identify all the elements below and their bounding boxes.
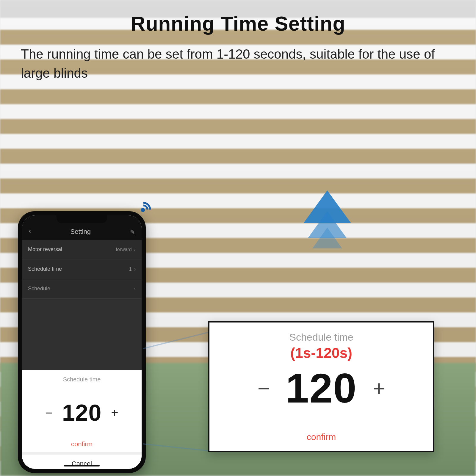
- schedule-time-sheet: Schedule time − 120 + confirm Cancel: [22, 370, 142, 469]
- page-title: Running Time Setting: [0, 12, 476, 35]
- chevron-right-icon: ›: [134, 286, 136, 292]
- up-arrows-icon: [303, 190, 351, 248]
- row-value: forward: [116, 247, 131, 252]
- phone-device: ‹ Setting ✎ Motor reversal forward › Sch…: [18, 211, 146, 473]
- callout-range: (1s-120s): [218, 345, 424, 361]
- topbar-title: Setting: [31, 228, 130, 236]
- home-indicator: [64, 465, 100, 466]
- increment-button[interactable]: +: [370, 376, 388, 400]
- row-schedule[interactable]: Schedule ›: [22, 279, 142, 299]
- decrement-button[interactable]: −: [42, 406, 55, 420]
- confirm-button[interactable]: confirm: [22, 437, 142, 452]
- back-icon[interactable]: ‹: [29, 226, 31, 236]
- increment-button[interactable]: +: [108, 406, 121, 420]
- row-motor-reversal[interactable]: Motor reversal forward ›: [22, 240, 142, 259]
- row-label: Schedule time: [28, 266, 62, 272]
- edit-icon[interactable]: ✎: [130, 228, 135, 236]
- callout-stepper: − 120 +: [218, 364, 424, 412]
- sheet-title: Schedule time: [22, 376, 142, 383]
- chevron-right-icon: ›: [134, 247, 136, 252]
- callout-title: Schedule time: [218, 331, 424, 343]
- stepper-value: 120: [62, 399, 101, 426]
- confirm-button[interactable]: confirm: [218, 432, 424, 442]
- chevron-right-icon: ›: [134, 267, 136, 272]
- stepper-value: 120: [286, 364, 357, 412]
- settings-list: Motor reversal forward › Schedule time 1…: [22, 240, 142, 370]
- page-subtitle: The running time can be set from 1-120 s…: [21, 45, 455, 83]
- row-value: 1: [129, 267, 132, 272]
- phone-notch: [57, 215, 107, 223]
- row-label: Motor reversal: [28, 246, 62, 253]
- row-label: Schedule: [28, 286, 50, 292]
- settings-spacer: [22, 299, 142, 370]
- decrement-button[interactable]: −: [255, 376, 273, 400]
- row-schedule-time[interactable]: Schedule time 1 ›: [22, 259, 142, 279]
- value-stepper: − 120 +: [22, 388, 142, 437]
- phone-screen: ‹ Setting ✎ Motor reversal forward › Sch…: [22, 215, 142, 469]
- schedule-time-callout: Schedule time (1s-120s) − 120 + confirm: [208, 321, 434, 452]
